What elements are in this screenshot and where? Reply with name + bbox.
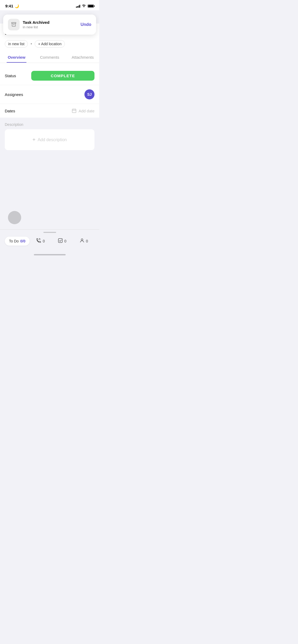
home-bar: [34, 254, 66, 255]
location-separator: •: [30, 42, 32, 46]
tab-comments[interactable]: Comments: [33, 52, 66, 63]
home-indicator: [0, 252, 99, 257]
calendar-icon: [71, 108, 77, 113]
details-card: Status COMPLETE Assignees SJ Dates: [0, 67, 99, 118]
wifi-icon: [82, 4, 86, 8]
call-count: 0: [43, 239, 45, 243]
undo-button[interactable]: Undo: [77, 22, 91, 27]
assignees-row: Assignees SJ: [0, 85, 99, 104]
person-icon: [79, 238, 85, 245]
svg-rect-0: [12, 22, 16, 24]
handle-bar: [43, 232, 56, 233]
location-badge[interactable]: in new list: [5, 40, 28, 48]
task-location-row: in new list • + Add location: [5, 40, 94, 48]
tab-bar: Overview Comments Attachments: [0, 52, 99, 63]
tab-attachments[interactable]: Attachments: [66, 52, 99, 63]
description-label: Description: [5, 122, 94, 127]
bottom-actions: To Do 0/0 0: [0, 234, 99, 252]
dates-label: Dates: [5, 109, 31, 113]
bottom-bar: To Do 0/0 0: [0, 229, 99, 252]
check-count: 0: [64, 239, 66, 243]
todo-label: To Do: [9, 239, 19, 243]
svg-rect-2: [58, 238, 62, 242]
status-value: COMPLETE: [31, 71, 94, 81]
empty-area: [0, 150, 99, 229]
status-label: Status: [5, 73, 31, 78]
main-content: First test task in new list • + Add loca…: [0, 24, 99, 118]
dates-row: Dates Add date: [0, 104, 99, 118]
toast-text: Task Archived in new list: [23, 20, 77, 29]
description-section: Description + Add description: [0, 118, 99, 150]
dates-value: Add date: [31, 108, 94, 113]
check-action-button[interactable]: 0: [58, 238, 66, 245]
todo-button[interactable]: To Do 0/0: [5, 237, 30, 246]
add-date-label: Add date: [79, 109, 94, 113]
action-buttons: 0 0 0: [30, 238, 94, 245]
toast-subtitle: in new list: [23, 25, 77, 29]
moon-icon: 🌙: [15, 4, 19, 8]
bottom-handle: [0, 230, 99, 234]
status-bar: 9:41 🌙: [0, 0, 99, 10]
plus-icon: +: [33, 137, 36, 143]
status-complete-badge[interactable]: COMPLETE: [31, 71, 94, 81]
status-time: 9:41: [5, 4, 13, 8]
tab-overview[interactable]: Overview: [0, 52, 33, 63]
floating-action-button[interactable]: [8, 211, 21, 224]
assignee-avatar[interactable]: SJ: [84, 89, 94, 99]
toast-notification: Task Archived in new list Undo: [3, 15, 96, 35]
add-description-label: Add description: [38, 137, 67, 142]
svg-rect-1: [72, 109, 76, 113]
signal-icon: [76, 4, 80, 8]
assignees-value: SJ: [31, 89, 94, 99]
call-action-button[interactable]: 0: [36, 238, 45, 245]
assignees-label: Assignees: [5, 92, 31, 97]
battery-icon: [88, 4, 94, 8]
check-icon: [58, 238, 63, 245]
phone-icon: [36, 238, 41, 245]
todo-count: 0/0: [20, 239, 25, 243]
add-location-button[interactable]: + Add location: [35, 40, 65, 48]
status-icons: [76, 4, 94, 8]
add-description-button[interactable]: + Add description: [5, 129, 94, 150]
add-date-button[interactable]: Add date: [71, 108, 94, 113]
archive-icon: [8, 19, 20, 30]
toast-title: Task Archived: [23, 20, 77, 25]
status-row: Status COMPLETE: [0, 67, 99, 85]
person-count: 0: [86, 239, 88, 243]
svg-point-3: [81, 239, 83, 241]
person-action-button[interactable]: 0: [79, 238, 88, 245]
